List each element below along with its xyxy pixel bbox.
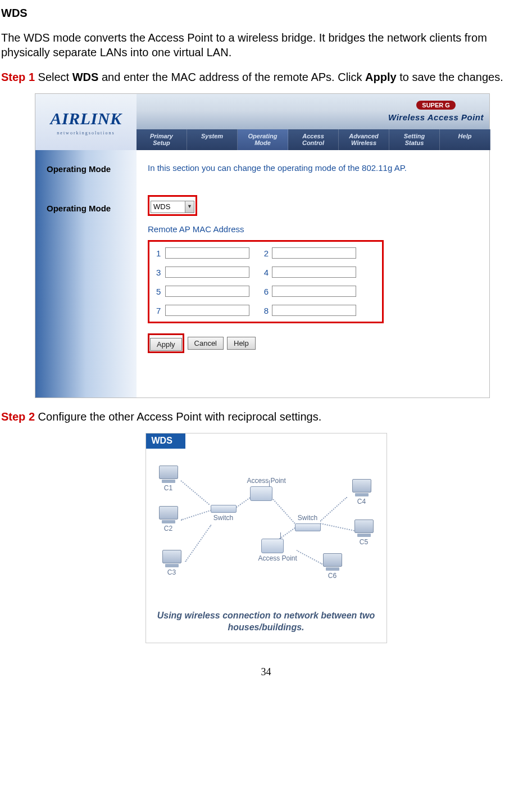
tab-operating-mode[interactable]: OperatingMode bbox=[238, 129, 288, 150]
mac-grid: 1 2 3 4 5 6 7 8 bbox=[156, 247, 375, 316]
label-sw2: Switch bbox=[292, 514, 324, 523]
logo: AIRLINK networkingsolutions bbox=[35, 94, 137, 150]
brand-badge: SUPER G Wireless Access Point bbox=[388, 96, 484, 123]
step1-text-b: and enter the MAC address of the remote … bbox=[98, 71, 365, 83]
mac-input-3[interactable] bbox=[165, 266, 249, 278]
mac-input-7[interactable] bbox=[165, 305, 249, 316]
node-c3: C3 bbox=[160, 550, 184, 577]
remote-ap-mac-label: Remote AP MAC Address bbox=[148, 224, 478, 235]
step2-text: Configure the other Access Point with re… bbox=[35, 410, 321, 423]
mac-num-1: 1 bbox=[156, 248, 165, 259]
label-c3: C3 bbox=[160, 568, 184, 577]
mac-input-5[interactable] bbox=[165, 286, 249, 297]
brand-superg: SUPER G bbox=[416, 101, 456, 110]
mode-select-highlight: WDS ▼ bbox=[148, 195, 197, 216]
wds-diagram-caption: Using wireless connection to network bet… bbox=[157, 609, 375, 634]
sidebar-gradient bbox=[35, 150, 137, 398]
line-sw2-c5 bbox=[320, 523, 354, 531]
section-title: WDS bbox=[1, 6, 531, 20]
mac-num-7: 7 bbox=[156, 305, 165, 317]
wds-diagram-panel: WDS C1 C2 C3 bbox=[145, 433, 387, 643]
apply-button-highlight: Apply bbox=[148, 333, 184, 353]
admin-screenshot: AIRLINK networkingsolutions SUPER G Wire… bbox=[35, 93, 490, 398]
wds-diagram: C1 C2 C3 Switch Access Point S bbox=[152, 454, 381, 600]
tab-access-control[interactable]: AccessControl bbox=[288, 129, 339, 150]
tab-system[interactable]: System bbox=[187, 129, 238, 150]
body: Operating Mode Operating Mode In this se… bbox=[35, 150, 489, 398]
step1-label: Step 1 bbox=[1, 71, 35, 83]
side-label-operating-mode-2: Operating Mode bbox=[47, 203, 137, 214]
line-ap2-c6 bbox=[296, 550, 322, 564]
step1-paragraph: Step 1 Select WDS and enter the MAC addr… bbox=[1, 70, 531, 84]
step1-text-c: to save the changes. bbox=[397, 71, 503, 83]
step2-paragraph: Step 2 Configure the other Access Point … bbox=[1, 409, 531, 424]
side-label-operating-mode-1: Operating Mode bbox=[47, 164, 137, 175]
logo-subtext: networkingsolutions bbox=[57, 130, 115, 136]
tab-help[interactable]: Help bbox=[440, 129, 490, 150]
node-c4: C4 bbox=[349, 479, 374, 507]
tab-setting-status[interactable]: SettingStatus bbox=[389, 129, 440, 150]
mac-num-8: 8 bbox=[255, 305, 272, 317]
step1-bold-apply: Apply bbox=[365, 71, 397, 83]
wds-diagram-title: WDS bbox=[146, 433, 185, 449]
label-c2: C2 bbox=[156, 525, 181, 534]
mac-input-4[interactable] bbox=[272, 266, 356, 278]
intro-paragraph: The WDS mode converts the Access Point t… bbox=[1, 30, 531, 60]
logo-text: AIRLINK bbox=[51, 107, 122, 129]
step2-label: Step 2 bbox=[1, 410, 35, 423]
mac-num-6: 6 bbox=[255, 286, 272, 297]
node-c6: C6 bbox=[320, 553, 345, 581]
label-c5: C5 bbox=[352, 538, 376, 547]
header-bar: AIRLINK networkingsolutions SUPER G Wire… bbox=[35, 94, 489, 150]
brand-wap: Wireless Access Point bbox=[388, 112, 484, 123]
mac-input-6[interactable] bbox=[272, 286, 356, 297]
mac-grid-highlight: 1 2 3 4 5 6 7 8 bbox=[148, 240, 384, 323]
node-sw1: Switch bbox=[208, 505, 239, 523]
section-description: In this section you can change the opera… bbox=[148, 162, 478, 174]
node-c1: C1 bbox=[156, 466, 181, 493]
mac-num-5: 5 bbox=[156, 286, 165, 297]
apply-button[interactable]: Apply bbox=[150, 338, 182, 351]
help-button[interactable]: Help bbox=[227, 337, 256, 350]
chevron-down-icon: ▼ bbox=[185, 201, 194, 213]
node-sw2: Switch bbox=[292, 514, 324, 532]
line-c1-sw1 bbox=[180, 480, 210, 505]
label-c1: C1 bbox=[156, 484, 181, 493]
mac-num-4: 4 bbox=[255, 267, 272, 278]
mac-input-1[interactable] bbox=[165, 247, 249, 259]
tab-advanced-wireless[interactable]: AdvancedWireless bbox=[339, 129, 389, 150]
label-ap2: Access Point bbox=[258, 554, 287, 563]
node-c2: C2 bbox=[156, 506, 181, 534]
label-c4: C4 bbox=[349, 498, 374, 507]
tab-bar: PrimarySetup System OperatingMode Access… bbox=[137, 129, 490, 150]
node-ap2: Access Point bbox=[258, 539, 287, 563]
step1-text-a: Select bbox=[35, 71, 72, 83]
line-sw2-c4 bbox=[320, 496, 347, 521]
cancel-button[interactable]: Cancel bbox=[188, 337, 224, 350]
line-c3-sw1 bbox=[185, 525, 212, 562]
mac-input-2[interactable] bbox=[272, 247, 356, 259]
mac-num-3: 3 bbox=[156, 267, 165, 278]
page-number: 34 bbox=[1, 666, 531, 679]
node-ap1: Access Point bbox=[247, 477, 275, 502]
mode-select[interactable]: WDS ▼ bbox=[151, 201, 194, 213]
step1-bold-wds: WDS bbox=[72, 71, 99, 83]
mac-num-2: 2 bbox=[255, 248, 272, 259]
content-area: In this section you can change the opera… bbox=[137, 150, 489, 398]
node-c5: C5 bbox=[352, 520, 376, 547]
label-sw1: Switch bbox=[208, 514, 239, 523]
tab-primary-setup[interactable]: PrimarySetup bbox=[137, 129, 187, 150]
mac-input-8[interactable] bbox=[272, 305, 356, 316]
mode-select-value: WDS bbox=[151, 202, 185, 212]
button-row: Apply Cancel Help bbox=[148, 333, 478, 353]
label-ap1: Access Point bbox=[247, 477, 275, 486]
label-c6: C6 bbox=[320, 572, 345, 581]
